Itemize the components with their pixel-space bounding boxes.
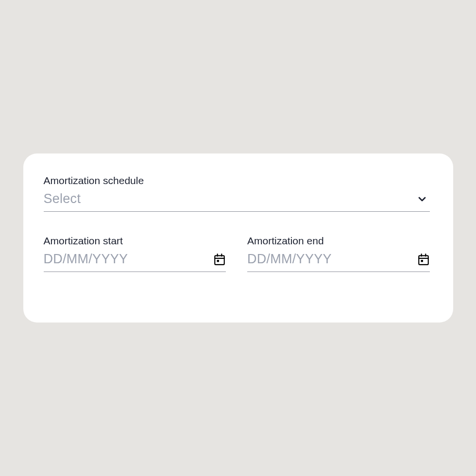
amortization-end-input[interactable]: DD/MM/YYYY [247, 252, 430, 272]
svg-rect-0 [215, 255, 224, 264]
svg-rect-4 [217, 260, 219, 262]
chevron-down-icon [416, 193, 428, 205]
calendar-icon[interactable] [417, 253, 430, 266]
amortization-schedule-label: Amortization schedule [44, 175, 430, 187]
amortization-schedule-select[interactable]: Select [44, 191, 430, 212]
amortization-schedule-placeholder: Select [44, 191, 81, 206]
amortization-start-label: Amortization start [44, 235, 226, 247]
amortization-end-label: Amortization end [247, 235, 430, 247]
amortization-end-field: Amortization end DD/MM/YYYY [247, 235, 430, 295]
amortization-schedule-field: Amortization schedule Select [44, 175, 430, 212]
amortization-start-placeholder: DD/MM/YYYY [44, 252, 128, 267]
date-fields-row: Amortization start DD/MM/YYYY Amortizati… [44, 235, 430, 295]
amortization-end-placeholder: DD/MM/YYYY [247, 252, 332, 267]
amortization-card: Amortization schedule Select Amortizatio… [23, 153, 453, 323]
calendar-icon[interactable] [213, 253, 226, 266]
svg-rect-5 [419, 255, 428, 264]
amortization-start-field: Amortization start DD/MM/YYYY [44, 235, 226, 272]
svg-rect-9 [421, 260, 423, 262]
amortization-start-input[interactable]: DD/MM/YYYY [44, 252, 226, 272]
